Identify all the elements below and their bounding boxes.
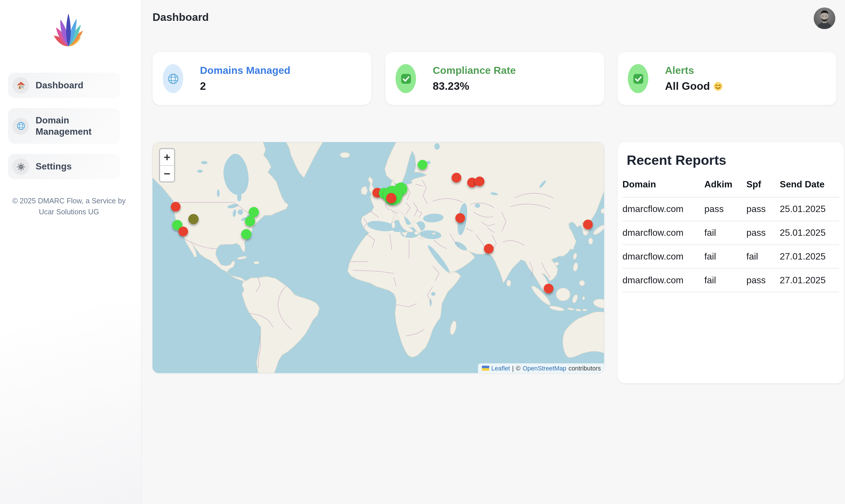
zoom-out-button[interactable]: − [160,165,174,182]
stat-text: Alerts All Good [665,65,723,93]
attribution-copyright: © [516,365,520,371]
attribution-contributors: contributors [568,365,601,371]
sidebar-item-label: Domain Management [36,114,116,137]
stat-value: 2 [200,80,290,93]
map-marker-green[interactable] [241,229,252,239]
map-marker-green[interactable] [417,160,427,169]
stat-text: Domains Managed 2 [200,65,290,93]
leaflet-link[interactable]: Leaflet [491,365,510,371]
table-cell: 27.01.2025 [780,268,839,292]
world-map[interactable]: + − Leaflet | © OpenStreetMap contributo… [153,142,604,373]
table-cell: pass [746,268,780,292]
column-header: Send Date [780,179,839,197]
gear-icon [13,158,29,175]
stat-card-domains-managed: Domains Managed 2 [153,52,372,105]
map-tiles [153,142,604,373]
column-header: Spf [746,179,780,197]
sidebar-item-settings[interactable]: Settings [8,154,120,179]
table-cell: fail [746,245,780,269]
table-cell: dmarcflow.com [622,268,704,292]
table-row: dmarcflow.comfailfail27.01.2025 [622,245,839,269]
zoom-in-button[interactable]: + [160,149,174,165]
sidebar: Dashboard Domain Management [0,0,142,504]
ukraine-flag-icon [482,365,489,371]
map-marker-red[interactable] [544,284,553,293]
map-marker-green[interactable] [245,216,255,226]
stat-text: Compliance Rate 83.23% [433,65,516,93]
map-marker-red[interactable] [451,173,461,182]
table-cell: fail [704,221,746,245]
map-marker-red[interactable] [386,193,396,203]
table-cell: fail [704,268,746,292]
map-marker-red[interactable] [171,202,180,212]
map-marker-olive[interactable] [189,214,199,224]
table-cell: pass [704,197,746,221]
sidebar-item-label: Dashboard [36,80,84,91]
table-cell: 25.01.2025 [780,197,839,221]
table-cell: pass [746,197,780,221]
check-mark-icon [396,64,416,93]
stat-card-compliance-rate: Compliance Rate 83.23% [385,52,604,105]
sidebar-item-dashboard[interactable]: Dashboard [8,73,120,98]
map-marker-red[interactable] [455,213,465,223]
table-cell: dmarcflow.com [622,197,704,221]
smiling-face-icon [713,82,723,92]
table-cell: fail [704,245,746,269]
screen: Dashboard Domain Management [0,0,845,504]
table-cell: 27.01.2025 [780,245,839,269]
map-marker-red[interactable] [475,177,484,186]
table-cell: dmarcflow.com [622,221,704,245]
app-window: Dashboard Domain Management [0,0,845,504]
stat-title: Domains Managed [200,65,290,76]
openstreetmap-link[interactable]: OpenStreetMap [522,365,566,371]
check-mark-icon [628,64,649,93]
map-attribution: Leaflet | © OpenStreetMap contributors [478,363,604,373]
stat-title: Compliance Rate [433,65,516,76]
map-marker-red[interactable] [583,219,593,229]
page-title: Dashboard [153,11,209,24]
map-marker-red[interactable] [178,227,188,236]
map-marker-green[interactable] [249,207,259,217]
stat-title: Alerts [665,65,723,76]
globe-icon [163,64,183,93]
dmarc-flow-logo [52,13,85,48]
reports-table: DomainAdkimSpfSend Date dmarcflow.compas… [622,179,839,292]
table-cell: 25.01.2025 [780,221,839,245]
recent-reports-title: Recent Reports [627,152,844,168]
stat-value: All Good [665,80,723,93]
table-cell: pass [746,221,780,245]
sidebar-item-domain-management[interactable]: Domain Management [8,108,120,144]
attribution-separator: | [512,365,514,371]
column-header: Domain [622,179,704,197]
table-row: dmarcflow.compasspass25.01.2025 [622,197,839,221]
table-header-row: DomainAdkimSpfSend Date [622,179,839,197]
user-avatar[interactable] [814,7,835,29]
recent-reports-card: Recent Reports DomainAdkimSpfSend Date d… [618,142,844,383]
column-header: Adkim [704,179,746,197]
stat-card-alerts: Alerts All Good [618,52,837,105]
stat-value: 83.23% [433,80,516,93]
table-cell: dmarcflow.com [622,245,704,269]
house-icon [13,77,29,94]
table-row: dmarcflow.comfailpass25.01.2025 [622,221,839,245]
globe-icon [13,118,29,134]
map-zoom-control: + − [159,148,175,182]
map-marker-red[interactable] [484,244,494,253]
stat-value-text: All Good [665,80,710,93]
table-row: dmarcflow.comfailpass27.01.2025 [622,268,839,292]
sidebar-copyright: © 2025 DMARC Flow, a Service by Ucar Sol… [10,196,128,218]
sidebar-item-label: Settings [36,161,72,172]
